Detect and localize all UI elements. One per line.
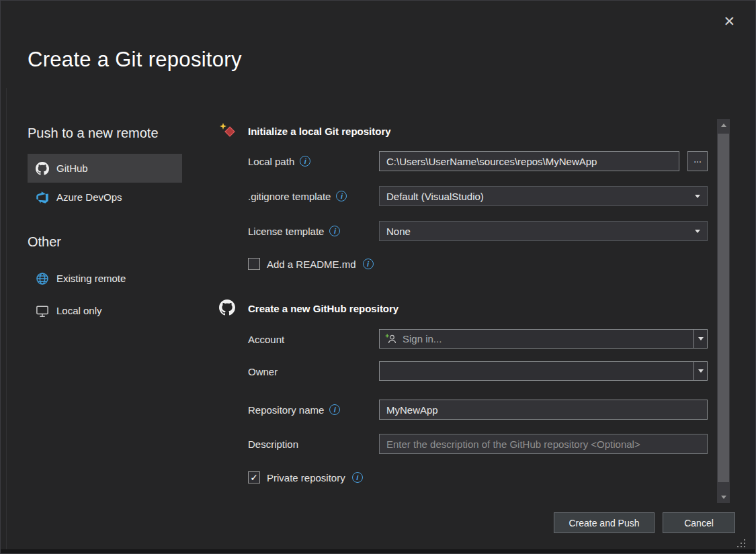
owner-combobox[interactable] [379, 361, 708, 381]
dialog-title: Create a Git repository [28, 48, 242, 72]
account-combobox[interactable]: Sign in... [379, 329, 708, 349]
scroll-up-icon[interactable] [717, 119, 730, 131]
local-path-label-row: Local path i [248, 151, 310, 171]
gitignore-label-row: .gitignore template i [248, 186, 347, 206]
sidebar-item-label: GitHub [56, 163, 88, 174]
repository-name-input[interactable] [379, 400, 708, 420]
license-label: License template [248, 226, 324, 237]
description-input[interactable] [379, 434, 708, 454]
info-icon[interactable]: i [336, 191, 347, 201]
local-path-label: Local path [248, 156, 294, 167]
computer-icon [36, 304, 49, 318]
sidebar-item-azure-devops[interactable]: Azure DevOps [28, 183, 182, 212]
check-icon: ✓ [250, 473, 258, 482]
push-remote-heading: Push to a new remote [28, 126, 159, 141]
browse-button[interactable]: ... [687, 151, 708, 171]
globe-icon [36, 272, 49, 285]
owner-label: Owner [248, 366, 278, 377]
window-edge-line [6, 88, 7, 550]
github-icon [36, 162, 49, 175]
cancel-button[interactable]: Cancel [663, 512, 735, 533]
github-section-heading-text: Create a new GitHub repository [248, 303, 398, 314]
close-icon[interactable]: ✕ [720, 11, 738, 31]
azure-devops-icon [36, 191, 49, 204]
local-path-input[interactable] [379, 151, 679, 171]
sidebar-item-existing-remote[interactable]: Existing remote [28, 264, 182, 293]
info-icon[interactable]: i [363, 259, 374, 269]
chevron-down-icon [695, 195, 700, 198]
gitignore-dropdown[interactable]: Default (VisualStudio) [379, 186, 708, 206]
chevron-down-icon [698, 369, 704, 373]
repository-name-label: Repository name [248, 404, 324, 416]
gitignore-label: .gitignore template [248, 191, 331, 202]
github-icon [219, 299, 235, 316]
create-and-push-button[interactable]: Create and Push [554, 512, 655, 533]
resize-grip[interactable] [736, 538, 747, 549]
info-icon[interactable]: i [329, 404, 340, 415]
gitignore-value: Default (VisualStudio) [386, 191, 484, 202]
sidebar-item-github[interactable]: GitHub [28, 154, 182, 183]
private-checkbox[interactable]: ✓ [248, 471, 260, 483]
account-label-row: Account [248, 329, 284, 349]
account-placeholder: Sign in... [403, 333, 442, 344]
create-git-repository-dialog: ✕ Create a Git repository Push to a new … [0, 0, 756, 554]
scroll-down-icon[interactable] [717, 491, 730, 503]
private-checkbox-row: ✓ Private repository i [248, 470, 363, 485]
window-bottom-edge [1, 549, 755, 553]
license-dropdown[interactable]: None [379, 221, 708, 241]
info-icon[interactable]: i [352, 472, 363, 483]
account-label: Account [248, 334, 284, 345]
readme-checkbox[interactable] [248, 258, 260, 270]
license-value: None [386, 226, 411, 237]
sign-in-user-icon [385, 333, 397, 345]
vertical-scrollbar [717, 119, 730, 503]
repository-name-label-row: Repository name i [248, 400, 340, 420]
chevron-down-icon [698, 337, 704, 340]
owner-label-row: Owner [248, 361, 278, 381]
sidebar-item-local-only[interactable]: Local only [28, 296, 182, 325]
init-section-heading-text: Initialize a local Git repository [248, 126, 391, 137]
private-label: Private repository [267, 472, 345, 483]
info-icon[interactable]: i [300, 156, 310, 167]
owner-dropdown-button[interactable] [694, 362, 707, 380]
other-heading: Other [28, 234, 61, 250]
sidebar-item-label: Azure DevOps [56, 191, 122, 203]
description-label: Description [248, 438, 298, 450]
account-dropdown-button[interactable] [694, 330, 707, 348]
info-icon[interactable]: i [329, 226, 340, 236]
new-repository-icon [219, 122, 235, 138]
readme-label: Add a README.md [267, 259, 356, 270]
sidebar-item-label: Existing remote [56, 273, 126, 284]
sidebar-item-label: Local only [56, 305, 102, 316]
chevron-down-icon [695, 230, 700, 233]
readme-checkbox-row: Add a README.md i [248, 257, 374, 271]
init-section-heading: Initialize a local Git repository [248, 123, 391, 139]
license-label-row: License template i [248, 221, 340, 241]
github-section-heading: Create a new GitHub repository [248, 300, 398, 316]
description-label-row: Description [248, 434, 298, 454]
scrollbar-thumb[interactable] [718, 134, 729, 482]
